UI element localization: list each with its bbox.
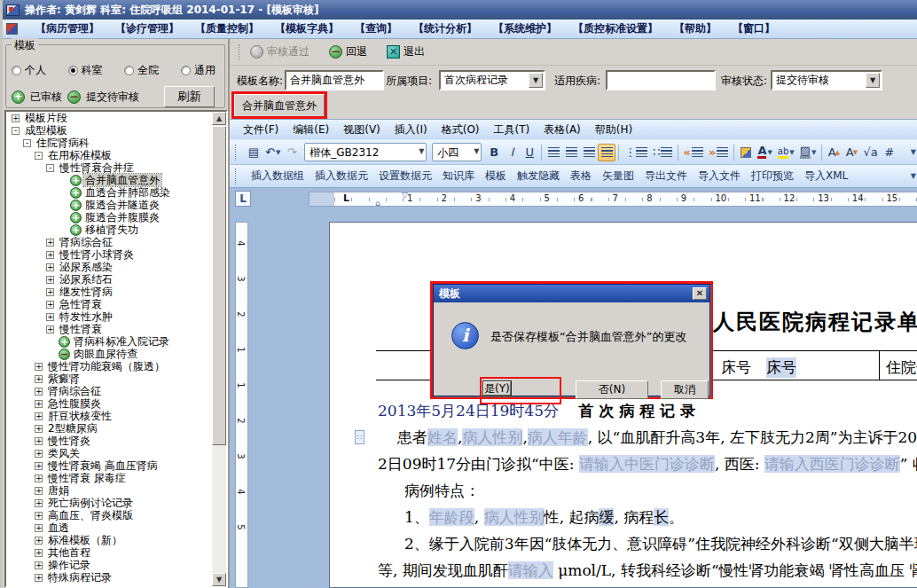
- tree-item-29[interactable]: +慢性肾衰 尿毒症: [6, 472, 212, 484]
- dialog-close-icon[interactable]: ✕: [693, 287, 707, 300]
- font-name-select[interactable]: 楷体_GB2312 ▼: [304, 143, 427, 161]
- data-field[interactable]: 病人年龄: [528, 428, 588, 446]
- editor-menu-item-3[interactable]: 插入(I): [388, 121, 434, 139]
- paragraph-handle-icon[interactable]: ∷: [355, 430, 364, 444]
- grid-icon[interactable]: #: [881, 144, 898, 161]
- rollback-button[interactable]: − 回退: [329, 44, 367, 59]
- scrollbar-thumb[interactable]: [212, 126, 226, 445]
- tree-item-10[interactable]: +肾病综合征: [6, 236, 212, 248]
- insert-toolbar-button-4[interactable]: 模板: [480, 166, 512, 186]
- tree-collapse-icon[interactable]: -: [35, 152, 43, 160]
- insert-toolbar-button-9[interactable]: 导入文件: [693, 166, 746, 186]
- bed-field[interactable]: 床号: [766, 357, 796, 378]
- menu-item-8[interactable]: 【帮助】: [667, 20, 724, 38]
- tree-expand-icon[interactable]: +: [35, 512, 43, 520]
- data-field[interactable]: 缓: [599, 508, 614, 526]
- menu-item-2[interactable]: 【质量控制】: [188, 20, 266, 38]
- scroll-up-icon[interactable]: ▲: [212, 112, 226, 125]
- tree-item-14[interactable]: +继发性肾病: [6, 286, 212, 298]
- dropdown-arrow-icon[interactable]: ▼: [474, 147, 479, 155]
- tree-item-31[interactable]: +死亡病例讨论记录: [6, 497, 212, 509]
- tree-expand-icon[interactable]: +: [46, 325, 54, 333]
- tree-expand-icon[interactable]: +: [35, 375, 43, 383]
- data-field[interactable]: 姓名: [427, 428, 458, 446]
- tree-item-9[interactable]: +移植肾失功: [6, 223, 212, 236]
- project-select[interactable]: 首次病程记录 ▼: [439, 70, 545, 90]
- data-field[interactable]: 请输入西医门诊诊断: [764, 455, 900, 473]
- tree-item-11[interactable]: +慢性肾小球肾炎: [6, 248, 212, 261]
- menu-item-5[interactable]: 【统计分析】: [406, 20, 484, 38]
- tree-collapse-icon[interactable]: -: [46, 164, 54, 172]
- tree-item-8[interactable]: +腹透合并腹膜炎: [6, 211, 212, 223]
- editor-menu-item-2[interactable]: 视图(V): [337, 121, 387, 139]
- tree-item-5[interactable]: +合并脑血管意外: [6, 174, 212, 186]
- insert-toolbar-button-10[interactable]: 打印预览: [746, 166, 799, 186]
- tree-collapse-icon[interactable]: -: [12, 127, 20, 135]
- tree-expand-icon[interactable]: +: [35, 400, 43, 408]
- tree-item-27[interactable]: +类风关: [6, 447, 212, 459]
- tree-item-1[interactable]: -成型模板: [6, 124, 212, 137]
- toolbar-overflow-icon[interactable]: ▼: [911, 148, 916, 156]
- tree-expand-icon[interactable]: +: [35, 524, 43, 532]
- scope-radio-0[interactable]: 个人: [12, 63, 46, 78]
- editor-menu-item-0[interactable]: 文件(F): [237, 121, 285, 139]
- tree-expand-icon[interactable]: +: [35, 487, 43, 495]
- status-select[interactable]: 提交待审核 ▼: [771, 70, 882, 90]
- tree-item-6[interactable]: +血透合并肺部感染: [6, 186, 212, 199]
- tree-expand-icon[interactable]: +: [35, 537, 43, 545]
- insert-toolbar-button-8[interactable]: 导出文件: [639, 166, 693, 186]
- pending-button[interactable]: 提交待审核: [86, 90, 139, 105]
- data-field[interactable]: 病人性别: [484, 508, 545, 526]
- tree-item-37[interactable]: +特殊病程记录: [6, 571, 212, 584]
- approve-button[interactable]: + 审核通过: [250, 44, 310, 59]
- insert-toolbar-button-1[interactable]: 插入数据元: [310, 166, 373, 186]
- approved-button[interactable]: 已审核: [30, 90, 62, 105]
- tree-item-30[interactable]: +唐娟: [6, 484, 212, 497]
- tree-expand-icon[interactable]: +: [46, 288, 54, 296]
- align-justify-icon[interactable]: [598, 144, 615, 161]
- menu-item-1[interactable]: 【诊疗管理】: [108, 20, 186, 38]
- tree-item-4[interactable]: -慢性肾衰合并症: [6, 161, 212, 174]
- insert-toolbar-button-0[interactable]: 插入数据组: [246, 166, 310, 186]
- menu-item-9[interactable]: 【窗口】: [725, 20, 782, 38]
- editor-menu-item-6[interactable]: 表格(A): [537, 121, 587, 139]
- numbered-list-icon[interactable]: ⋮: [622, 144, 650, 161]
- undo-icon[interactable]: ↶▼: [263, 144, 283, 161]
- tree-item-21[interactable]: +紫癜肾: [6, 372, 212, 385]
- fill-color-icon[interactable]: ▨▼: [797, 144, 819, 161]
- align-left-icon[interactable]: [545, 144, 562, 161]
- dropdown-arrow-icon[interactable]: ▼: [529, 73, 543, 88]
- tree-expand-icon[interactable]: +: [46, 276, 54, 284]
- data-field[interactable]: 病人性别: [462, 428, 522, 446]
- insert-toolbar-button-3[interactable]: 知识库: [437, 166, 480, 186]
- tree-item-15[interactable]: +急性肾衰: [6, 298, 212, 310]
- tree-item-2[interactable]: -住院肾病科: [6, 137, 212, 149]
- menu-item-3[interactable]: 【模板字典】: [268, 20, 346, 38]
- tree-scrollbar[interactable]: ▲ ▼: [212, 112, 226, 586]
- save-icon[interactable]: ▤: [245, 144, 263, 161]
- insert-toolbar-button-11[interactable]: 导入XML: [799, 166, 853, 186]
- tab-stop-marker[interactable]: L: [343, 192, 349, 204]
- data-field[interactable]: 年龄段: [429, 508, 474, 526]
- document-page[interactable]: 人民医院病程记录单 姓 床号 床号 住院号 住院号 2013年5月24日19时4…: [329, 222, 917, 588]
- editor-menu-item-1[interactable]: 编辑(E): [286, 121, 335, 139]
- tree-expand-icon[interactable]: +: [35, 574, 43, 582]
- tree-expand-icon[interactable]: +: [35, 363, 43, 371]
- underline-icon[interactable]: U: [521, 144, 538, 161]
- tree-expand-icon[interactable]: +: [12, 114, 20, 122]
- tree-item-17[interactable]: +慢性肾衰: [6, 323, 212, 335]
- exit-button[interactable]: ✕ 退出: [387, 44, 425, 59]
- tree-expand-icon[interactable]: +: [46, 251, 54, 259]
- equation-icon[interactable]: √a: [860, 144, 880, 161]
- tree-item-7[interactable]: +腹透合并隧道炎: [6, 199, 212, 211]
- tree-item-28[interactable]: +慢性肾衰竭 高血压肾病: [6, 459, 212, 472]
- grow-font-icon[interactable]: A▲: [825, 144, 843, 161]
- scope-radio-3[interactable]: 通用: [181, 63, 216, 78]
- outdent-icon[interactable]: «: [681, 144, 706, 161]
- tree-item-26[interactable]: +慢性肾炎: [6, 435, 212, 447]
- highlight-icon[interactable]: ab▼: [775, 144, 797, 161]
- tree-expand-icon[interactable]: +: [35, 462, 43, 470]
- tree-item-13[interactable]: +泌尿系结石: [6, 273, 212, 286]
- tree-expand-icon[interactable]: +: [46, 263, 54, 271]
- tree-expand-icon[interactable]: +: [35, 388, 43, 396]
